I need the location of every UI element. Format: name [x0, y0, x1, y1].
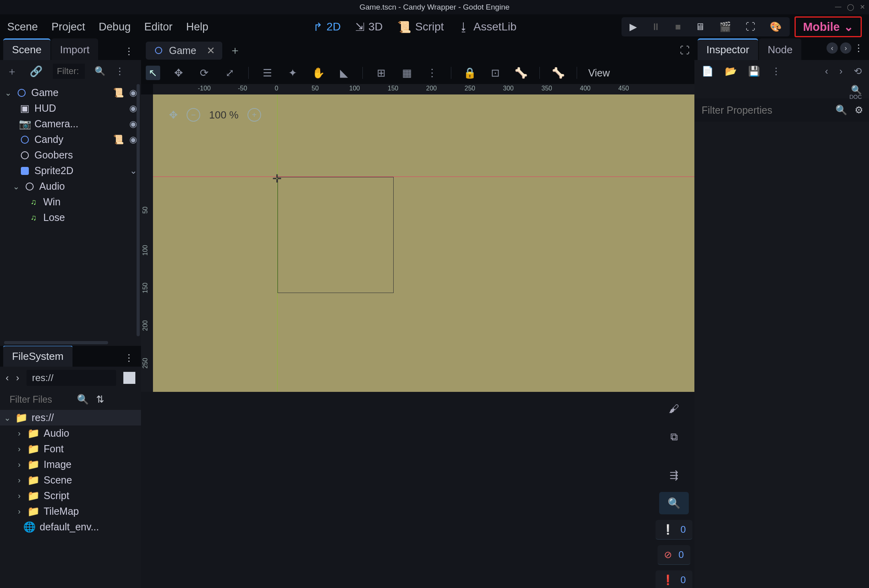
info-filter[interactable]: ❕0 — [656, 520, 692, 540]
fs-back-button[interactable]: ‹ — [6, 372, 9, 383]
origin-gizmo[interactable]: ✛ — [272, 172, 282, 185]
resource-menu-icon[interactable]: ⋮ — [771, 66, 782, 77]
chevron-down-icon[interactable]: ⌄ — [4, 88, 12, 98]
chevron-toggle-icon[interactable]: ⌄ — [130, 166, 137, 176]
history-icon[interactable]: ⟲ — [854, 66, 862, 77]
renderer-dropdown[interactable]: Mobile ⌄ — [795, 16, 862, 37]
lock-icon[interactable]: 🔒 — [463, 66, 477, 80]
2d-viewport[interactable]: -100 -50 0 50 100 150 200 250 300 350 40… — [141, 84, 694, 392]
error-filter[interactable]: ⊘0 — [658, 545, 690, 565]
play-scene-button[interactable]: ⛶ — [746, 21, 755, 32]
fs-view-toggle-icon[interactable] — [123, 372, 135, 384]
fs-folder-script[interactable]: ›📁Script — [0, 488, 141, 504]
scene-tree-node-sprite2d[interactable]: Sprite2D ⌄ — [1, 163, 140, 179]
search-icon[interactable]: 🔍 — [77, 394, 89, 405]
visibility-icon[interactable]: ◉ — [129, 134, 137, 145]
fs-filter-input[interactable] — [6, 392, 70, 407]
ruler-tool-icon[interactable]: ◣ — [337, 66, 351, 80]
fs-root-folder[interactable]: ⌄ 📁 res:// — [0, 410, 141, 425]
stop-button[interactable]: ■ — [675, 21, 681, 32]
window-minimize-button[interactable]: — — [835, 3, 841, 11]
output-log[interactable] — [141, 392, 654, 588]
grid-snap-icon[interactable]: ▦ — [400, 66, 414, 80]
scene-tree-node-game[interactable]: ⌄ Game 📜◉ — [1, 85, 140, 100]
scene-panel-menu-icon[interactable]: ⋮ — [121, 42, 138, 60]
fs-panel-menu-icon[interactable]: ⋮ — [121, 349, 138, 367]
zoom-out-button[interactable]: − — [187, 108, 200, 122]
scene-tree-vscrollbar[interactable] — [137, 84, 140, 336]
visibility-icon[interactable]: ◉ — [129, 88, 137, 98]
scene-tree-node-win[interactable]: ♫ Win — [1, 194, 140, 210]
fs-folder-scene[interactable]: ›📁Scene — [0, 472, 141, 488]
sort-icon[interactable]: ⇅ — [96, 394, 104, 405]
pivot-tool-icon[interactable]: ✦ — [286, 66, 300, 80]
rotate-tool-icon[interactable]: ⟳ — [197, 66, 211, 80]
window-maximize-button[interactable]: ◯ — [847, 3, 854, 11]
play-button[interactable]: ▶ — [630, 21, 637, 32]
fs-folder-font[interactable]: ›📁Font — [0, 441, 141, 457]
visibility-icon[interactable]: ◉ — [129, 119, 137, 129]
fs-forward-button[interactable]: › — [16, 372, 19, 383]
play-custom-button[interactable]: 🎨 — [770, 21, 782, 32]
history-forward-icon[interactable]: › — [840, 42, 851, 54]
search-output-icon[interactable]: 🔍 — [659, 492, 689, 514]
menu-help[interactable]: Help — [186, 21, 209, 33]
property-filter-input[interactable] — [702, 104, 828, 116]
history-back-icon[interactable]: ‹ — [827, 42, 838, 54]
fs-folder-image[interactable]: ›📁Image — [0, 457, 141, 472]
menu-editor[interactable]: Editor — [144, 21, 173, 33]
save-resource-icon[interactable]: 💾 — [748, 66, 760, 77]
canvas-area[interactable]: ✛ ✥ − 100 % + — [153, 94, 694, 392]
menu-scene[interactable]: Scene — [7, 21, 38, 33]
script-icon[interactable]: 📜 — [113, 134, 124, 145]
scene-toolbar-menu-icon[interactable]: ⋮ — [115, 66, 125, 77]
scene-tree-node-audio[interactable]: ⌄ Audio — [1, 179, 140, 194]
remote-button[interactable]: 🖥 — [695, 21, 705, 32]
load-resource-icon[interactable]: 📂 — [725, 66, 737, 77]
fs-folder-tilemap[interactable]: ›📁TileMap — [0, 504, 141, 519]
scene-tree-node-goobers[interactable]: Goobers — [1, 147, 140, 163]
skeleton-icon[interactable]: 🦴 — [551, 66, 565, 80]
chevron-down-icon[interactable]: ⌄ — [3, 413, 11, 423]
nav-back-icon[interactable]: ‹ — [825, 66, 828, 77]
pan-tool-icon[interactable]: ✋ — [311, 66, 326, 80]
add-tab-button[interactable]: ＋ — [229, 43, 241, 58]
tab-filesystem[interactable]: FileSystem — [3, 345, 72, 367]
scene-tree-node-lose[interactable]: ♫ Lose — [1, 210, 140, 225]
scene-tree-node-hud[interactable]: ▣ HUD ◉ — [1, 100, 140, 116]
inspector-panel-menu-icon[interactable]: ⋮ — [854, 42, 864, 54]
close-tab-icon[interactable]: ✕ — [207, 45, 215, 56]
scene-tree-node-camera[interactable]: 📷 Camera... ◉ — [1, 116, 140, 132]
fs-file-default-env[interactable]: 🌐default_env... — [0, 519, 141, 535]
search-icon[interactable]: 🔍 — [835, 104, 847, 116]
tab-inspector[interactable]: Inspector — [698, 38, 758, 60]
scale-tool-icon[interactable]: ⤢ — [223, 66, 237, 80]
new-resource-icon[interactable]: 📄 — [702, 66, 714, 77]
selection-rect[interactable] — [278, 177, 394, 293]
view-script-button[interactable]: 📜 Script — [397, 20, 444, 34]
add-node-icon[interactable]: ＋ — [5, 64, 19, 78]
visibility-icon[interactable]: ◉ — [129, 103, 137, 114]
view-2d-button[interactable]: ↱ 2D — [313, 20, 341, 34]
scene-tree-hscrollbar[interactable] — [4, 341, 108, 344]
scene-tab-game[interactable]: Game ✕ — [146, 42, 222, 60]
view-menu[interactable]: View — [588, 67, 610, 79]
tab-scene[interactable]: Scene — [3, 38, 50, 60]
view-3d-button[interactable]: ⇲ 3D — [355, 20, 383, 34]
chevron-down-icon[interactable]: ⌄ — [12, 182, 20, 191]
clear-output-icon[interactable]: 🖌 — [659, 397, 689, 420]
move-tool-icon[interactable]: ✥ — [171, 66, 186, 80]
zoom-level[interactable]: 100 % — [209, 109, 239, 121]
snap-toggle-icon[interactable]: ⊞ — [374, 66, 388, 80]
fs-path-input[interactable]: res:// — [26, 370, 116, 386]
pause-button[interactable]: ⏸ — [651, 21, 661, 32]
nav-forward-icon[interactable]: › — [839, 66, 843, 77]
movie-button[interactable]: 🎬 — [719, 21, 731, 32]
fs-folder-audio[interactable]: ›📁Audio — [0, 425, 141, 441]
filter-toggle-icon[interactable]: ⇶ — [659, 464, 689, 486]
distraction-free-icon[interactable]: ⛶ — [680, 45, 690, 56]
tab-node[interactable]: Node — [759, 38, 801, 60]
filter-settings-icon[interactable]: ⚙ — [855, 104, 863, 116]
link-icon[interactable]: 🔗 — [29, 64, 43, 78]
snap-options-icon[interactable]: ⋮ — [425, 66, 440, 80]
